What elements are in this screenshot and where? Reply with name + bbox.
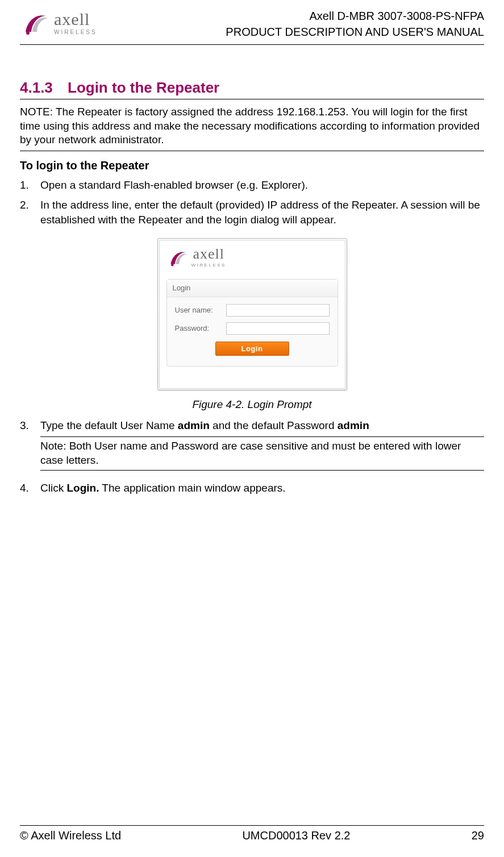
footer-page-number: 29 <box>472 829 484 842</box>
step-number: 3. <box>20 418 35 476</box>
doc-title-block: Axell D-MBR 3007-3008-PS-NFPA PRODUCT DE… <box>226 6 484 40</box>
step-4-post: The application main window appears. <box>99 482 285 494</box>
password-input[interactable] <box>226 322 330 335</box>
footer-copyright: © Axell Wireless Ltd <box>20 829 121 842</box>
svg-point-0 <box>26 31 30 35</box>
step-3: 3. Type the default User Name admin and … <box>20 418 484 476</box>
axell-swirl-icon <box>20 9 51 36</box>
step-text: Type the default User Name admin and the… <box>40 418 484 476</box>
login-dialog: axell WIRELESS Login User name: <box>157 238 347 390</box>
brand-logo: axell WIRELESS <box>20 6 97 36</box>
step-3-note: Note: Both User name and Password are ca… <box>40 436 484 470</box>
step-text: Click Login. The application main window… <box>40 481 484 496</box>
step-text: In the address line, enter the default (… <box>40 198 484 228</box>
section-number: 4.1.3 <box>20 79 56 97</box>
login-panel: Login User name: Password: Log <box>166 279 338 367</box>
step-4: 4. Click Login. The application main win… <box>20 481 484 496</box>
step-number: 4. <box>20 481 35 496</box>
section-heading: 4.1.3 Login to the Repeater <box>20 79 484 99</box>
step-number: 1. <box>20 178 35 193</box>
svg-point-1 <box>171 264 173 266</box>
login-dialog-logo-row: axell WIRELESS <box>160 240 345 273</box>
page-header: axell WIRELESS Axell D-MBR 3007-3008-PS-… <box>20 6 484 45</box>
username-label: User name: <box>175 305 226 315</box>
figure-caption: Figure 4-2. Login Prompt <box>20 397 484 413</box>
footer-doc-rev: UMCD00013 Rev 2.2 <box>242 829 350 842</box>
figure-login-prompt: axell WIRELESS Login User name: <box>20 238 484 413</box>
step-3-user: admin <box>178 419 210 431</box>
step-number: 2. <box>20 198 35 228</box>
section-title: Login to the Repeater <box>68 79 219 97</box>
login-panel-title: Login <box>167 280 338 297</box>
brand-name: axell <box>54 11 97 28</box>
note-main: NOTE: The Repeater is factory assigned t… <box>20 103 484 151</box>
page-footer: © Axell Wireless Ltd UMCD00013 Rev 2.2 2… <box>20 825 484 842</box>
product-code: Axell D-MBR 3007-3008-PS-NFPA <box>226 8 484 24</box>
login-brand-name: axell <box>191 247 226 261</box>
username-row: User name: <box>175 304 330 317</box>
password-label: Password: <box>175 323 226 334</box>
step-4-pre: Click <box>40 482 66 494</box>
step-4-login: Login. <box>66 482 99 494</box>
step-text: Open a standard Flash-enabled browser (e… <box>40 178 484 193</box>
step-3-mid: and the default Password <box>210 419 338 431</box>
step-2: 2. In the address line, enter the defaul… <box>20 198 484 228</box>
procedure-title: To login to the Repeater <box>20 159 484 172</box>
username-input[interactable] <box>226 304 330 317</box>
step-3-pre: Type the default User Name <box>40 419 178 431</box>
procedure-steps: 1. Open a standard Flash-enabled browser… <box>20 178 484 496</box>
axell-swirl-icon <box>166 246 189 269</box>
brand-sub: WIRELESS <box>54 30 97 35</box>
manual-title: PRODUCT DESCRIPTION AND USER'S MANUAL <box>226 24 484 40</box>
step-3-pass: admin <box>338 419 369 431</box>
step-1: 1. Open a standard Flash-enabled browser… <box>20 178 484 193</box>
login-button[interactable]: Login <box>215 342 289 356</box>
login-brand-sub: WIRELESS <box>191 263 226 268</box>
password-row: Password: <box>175 322 330 335</box>
